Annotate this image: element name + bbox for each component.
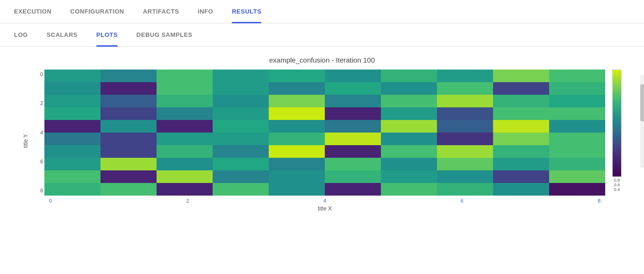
heatmap-cell-r7-c1 [100, 95, 157, 107]
x-tick-2: 2 [186, 198, 189, 204]
heatmap-cell-r3-c3 [213, 145, 269, 158]
tab-scalars[interactable]: SCALARS [37, 23, 87, 47]
heatmap-cell-r0-c9 [549, 183, 605, 196]
heatmap-cell-r3-c1 [100, 145, 157, 158]
heatmap-cell-r8-c7 [437, 82, 493, 95]
heatmap-cell-r1-c4 [269, 170, 325, 183]
y-tick-2: 2 [40, 101, 43, 106]
x-tick-6: 6 [460, 198, 463, 204]
heatmap-cell-r2-c0 [44, 158, 100, 170]
x-axis: 0 2 4 6 8 [44, 198, 605, 204]
heatmap-cell-r1-c3 [213, 170, 269, 183]
heatmap-cell-r8-c2 [157, 82, 213, 95]
heatmap-cell-r5-c6 [381, 120, 437, 133]
heatmap-cell-r8-c5 [325, 82, 381, 95]
heatmap-cell-r9-c6 [381, 70, 437, 82]
tab-artifacts[interactable]: ARTIFACTS [134, 0, 188, 23]
heatmap-cell-r0-c7 [437, 183, 493, 196]
heatmap-grid-area: 0 2 4 6 8 title X [44, 70, 605, 212]
heatmap-cell-r1-c6 [381, 170, 437, 183]
heatmap-cell-r5-c7 [437, 120, 493, 133]
heatmap-cell-r9-c2 [157, 70, 213, 82]
heatmap-cell-r7-c6 [381, 95, 437, 107]
x-label-area: title X [44, 205, 605, 212]
colorbar-label-06: 0.6 [614, 183, 620, 187]
heatmap-cell-r3-c2 [157, 145, 213, 158]
y-tick-0: 0 [40, 72, 43, 77]
heatmap-cell-r0-c4 [269, 183, 325, 196]
tab-plots[interactable]: PLOTS [87, 23, 127, 47]
heatmap-cell-r0-c0 [44, 183, 100, 196]
colorbar-gradient [612, 70, 622, 177]
heatmap-cell-r7-c7 [437, 95, 493, 107]
heatmap-cell-r6-c6 [381, 107, 437, 120]
heatmap-cell-r6-c8 [493, 107, 549, 120]
heatmap-cell-r6-c2 [157, 107, 213, 120]
colorbar-label-08: 0.8 [614, 178, 620, 183]
heatmap-cell-r8-c1 [100, 82, 157, 95]
heatmap-cell-r6-c5 [325, 107, 381, 120]
colorbar-label-04: 0.4 [614, 187, 620, 192]
heatmap-cell-r5-c3 [213, 120, 269, 133]
heatmap-cell-r1-c2 [157, 170, 213, 183]
heatmap-cell-r9-c4 [269, 70, 325, 82]
heatmap-cell-r3-c4 [269, 145, 325, 158]
heatmap-cell-r7-c8 [493, 95, 549, 107]
tab-info[interactable]: INFO [188, 0, 222, 23]
heatmap-cell-r4-c5 [325, 133, 381, 145]
heatmap-cell-r8-c0 [44, 82, 100, 95]
top-tab-bar: EXECUTION CONFIGURATION ARTIFACTS INFO R… [0, 0, 644, 23]
heatmap-cell-r6-c4 [269, 107, 325, 120]
heatmap-cell-r2-c8 [493, 158, 549, 170]
scrollbar[interactable] [640, 75, 644, 168]
heatmap-cell-r8-c8 [493, 82, 549, 95]
y-axis-label: title Y [22, 134, 29, 148]
heatmap-cell-r3-c0 [44, 145, 100, 158]
heatmap-cell-r2-c7 [437, 158, 493, 170]
heatmap-cell-r4-c9 [549, 133, 605, 145]
heatmap-cell-r5-c8 [493, 120, 549, 133]
heatmap-cell-r9-c9 [549, 70, 605, 82]
tab-configuration[interactable]: CONFIGURATION [61, 0, 133, 23]
heatmap-cell-r8-c9 [549, 82, 605, 95]
heatmap-cell-r2-c3 [213, 158, 269, 170]
heatmap-cell-r2-c2 [157, 158, 213, 170]
heatmap-cell-r7-c9 [549, 95, 605, 107]
heatmap-cell-r3-c5 [325, 145, 381, 158]
heatmap-grid [44, 70, 605, 196]
tab-debug-samples[interactable]: DEBUG SAMPLES [127, 23, 202, 47]
heatmap-cell-r0-c6 [381, 183, 437, 196]
heatmap-cell-r5-c2 [157, 120, 213, 133]
tab-log[interactable]: LOG [5, 23, 37, 47]
tab-results[interactable]: RESULTS [222, 0, 271, 23]
heatmap-cell-r2-c4 [269, 158, 325, 170]
heatmap-cell-r1-c1 [100, 170, 157, 183]
colorbar-row: 0.8 0.6 0.4 [605, 70, 622, 196]
heatmap-cell-r2-c6 [381, 158, 437, 170]
heatmap-cell-r6-c7 [437, 107, 493, 120]
heatmap-cell-r6-c9 [549, 107, 605, 120]
tab-execution[interactable]: EXECUTION [5, 0, 61, 23]
heatmap-cell-r1-c0 [44, 170, 100, 183]
y-axis: 8 6 4 2 0 [31, 70, 43, 196]
x-tick-0: 0 [49, 198, 52, 204]
y-tick-8: 8 [40, 188, 43, 193]
heatmap-cell-r4-c1 [100, 133, 157, 145]
main-content: example_confusion - Iteration 100 title … [0, 47, 644, 274]
x-axis-label: title X [318, 205, 332, 212]
heatmap-cell-r3-c6 [381, 145, 437, 158]
heatmap-container: 8 6 4 2 0 0 2 4 6 [31, 70, 622, 212]
heatmap-cell-r6-c1 [100, 107, 157, 120]
heatmap-cell-r4-c8 [493, 133, 549, 145]
heatmap-cell-r0-c8 [493, 183, 549, 196]
heatmap-cell-r3-c7 [437, 145, 493, 158]
heatmap-cell-r6-c0 [44, 107, 100, 120]
heatmap-cell-r9-c3 [213, 70, 269, 82]
heatmap-cell-r4-c2 [157, 133, 213, 145]
chart-title: example_confusion - Iteration 100 [269, 56, 375, 64]
heatmap-cell-r6-c3 [213, 107, 269, 120]
scrollbar-thumb[interactable] [640, 84, 644, 121]
heatmap-cell-r9-c5 [325, 70, 381, 82]
heatmap-cell-r5-c5 [325, 120, 381, 133]
heatmap-cell-r5-c9 [549, 120, 605, 133]
